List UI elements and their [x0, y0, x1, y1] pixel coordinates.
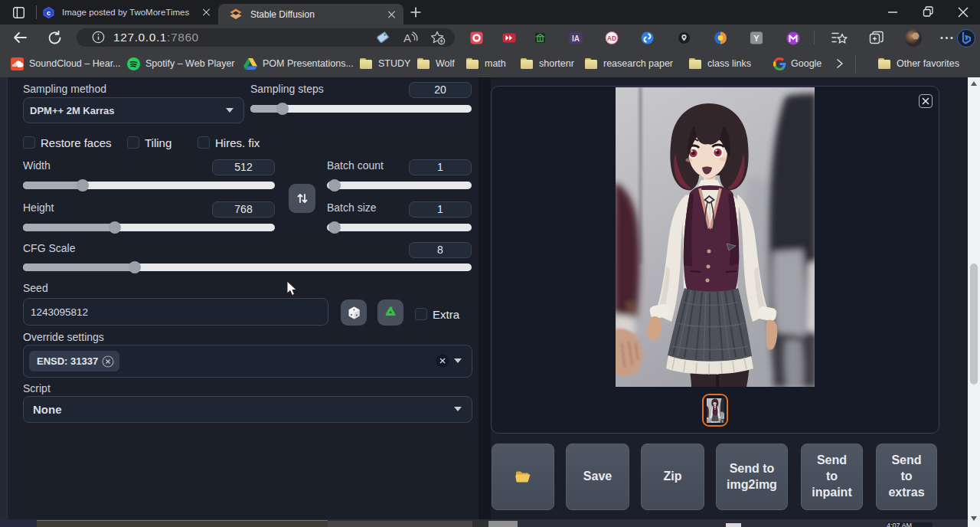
- svg-text:Y: Y: [753, 34, 760, 43]
- svg-text:AD: AD: [607, 34, 616, 42]
- svg-text:IA: IA: [572, 34, 580, 43]
- svg-text:A: A: [403, 31, 411, 44]
- svg-text:c: c: [47, 8, 51, 16]
